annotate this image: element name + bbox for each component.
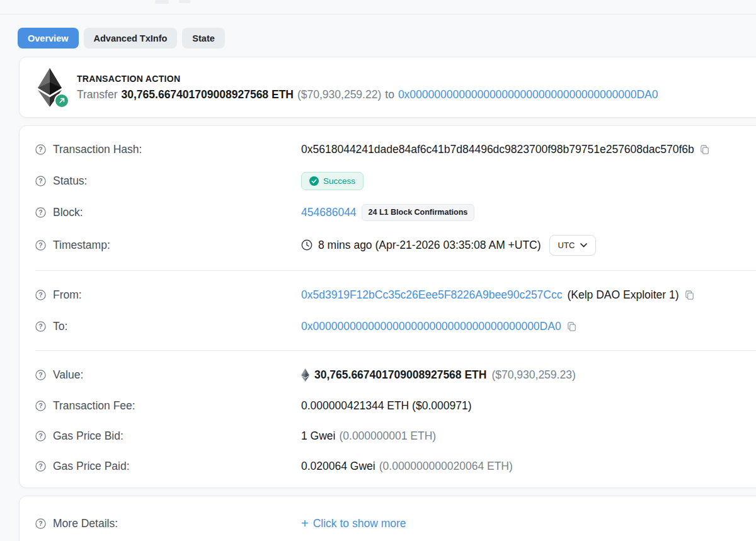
browser-artifact <box>179 0 190 3</box>
svg-text:?: ? <box>38 402 42 409</box>
to-label: To: <box>53 320 67 333</box>
copy-icon[interactable] <box>699 144 710 155</box>
help-icon[interactable]: ? <box>35 401 46 411</box>
svg-text:?: ? <box>38 371 42 379</box>
status-value: Success <box>323 176 355 186</box>
row-more-details: ? More Details: + Click to show more <box>35 508 756 539</box>
svg-text:?: ? <box>38 208 42 216</box>
help-icon[interactable]: ? <box>35 431 46 441</box>
help-icon[interactable]: ? <box>35 461 46 472</box>
transaction-action-heading: TRANSACTION ACTION <box>77 74 658 84</box>
svg-text:?: ? <box>38 322 42 330</box>
tx-hash-label: Transaction Hash: <box>53 143 142 156</box>
value-usd: ($70,930,259.23) <box>491 368 575 382</box>
copy-icon[interactable] <box>566 321 577 332</box>
svg-text:?: ? <box>38 241 42 249</box>
tx-hash-value: 0x5618044241dade84af6c41b7d84496dc982370… <box>301 143 694 156</box>
action-usd: ($70,930,259.22) <box>297 88 381 101</box>
help-icon[interactable]: ? <box>35 207 46 218</box>
more-details-label: More Details: <box>53 517 118 530</box>
help-icon[interactable]: ? <box>35 176 46 186</box>
clock-icon <box>301 239 312 251</box>
gas-price-bid-value: 1 Gwei <box>301 430 335 443</box>
gas-price-paid-value: 0.020064 Gwei <box>301 460 375 473</box>
to-address-link[interactable]: 0x0000000000000000000000000000000000000D… <box>301 320 561 333</box>
row-gas-price-bid: ? Gas Price Bid: 1 Gwei (0.000000001 ETH… <box>35 421 756 451</box>
action-to-word: to <box>385 88 394 101</box>
status-badge: Success <box>301 172 364 190</box>
gas-price-paid-eth: (0.000000000020064 ETH) <box>379 460 513 473</box>
transaction-fee-value: 0.000000421344 ETH ($0.000971) <box>301 399 472 413</box>
row-to: ? To: 0x00000000000000000000000000000000… <box>35 310 756 342</box>
row-timestamp: ? Timestamp: 8 mins ago (Apr-21-2026 03:… <box>35 228 756 262</box>
show-more-text: Click to show more <box>313 517 406 530</box>
row-block: ? Block: 454686044 24 L1 Block Confirmat… <box>35 196 756 228</box>
svg-text:?: ? <box>38 520 42 527</box>
from-label: From: <box>53 288 82 302</box>
from-address-link[interactable]: 0x5d3919F12bCc35c26Eee5F8226A9bee90c257C… <box>301 288 562 302</box>
tab-advanced-txinfo[interactable]: Advanced TxInfo <box>84 28 178 48</box>
gas-price-bid-eth: (0.000000001 ETH) <box>339 430 436 443</box>
section-divider <box>35 270 756 271</box>
timestamp-label: Timestamp: <box>53 239 110 252</box>
tab-state[interactable]: State <box>182 28 224 48</box>
help-icon[interactable]: ? <box>35 321 46 332</box>
status-label: Status: <box>53 174 87 188</box>
tab-bar: Overview Advanced TxInfo State <box>18 28 225 48</box>
row-value: ? Value: 30,765.667401709008927568 ETH (… <box>35 359 756 390</box>
transaction-action-summary: Transfer 30,765.667401709008927568 ETH (… <box>77 88 658 101</box>
action-to-address-link[interactable]: 0x0000000000000000000000000000000000000D… <box>398 88 658 101</box>
browser-artifact <box>155 0 169 4</box>
action-amount: 30,765.667401709008927568 ETH <box>122 88 294 101</box>
copy-icon[interactable] <box>684 290 695 300</box>
row-gas-price-paid: ? Gas Price Paid: 0.020064 Gwei (0.00000… <box>35 451 756 481</box>
svg-text:?: ? <box>38 462 42 470</box>
transfer-out-icon <box>54 93 69 108</box>
action-verb: Transfer <box>77 88 118 101</box>
check-circle-icon <box>309 176 319 186</box>
timestamp-value: 8 mins ago (Apr-21-2026 03:35:08 AM +UTC… <box>318 239 541 252</box>
timezone-select-button[interactable]: UTC <box>549 235 597 256</box>
transaction-action-card: TRANSACTION ACTION Transfer 30,765.66740… <box>19 57 756 118</box>
from-name-tag: (Kelp DAO Exploiter 1) <box>567 288 679 302</box>
eth-logo <box>35 68 67 107</box>
help-icon[interactable]: ? <box>35 144 46 155</box>
timezone-value: UTC <box>558 241 575 250</box>
show-more-link[interactable]: + Click to show more <box>301 517 406 530</box>
block-number-link[interactable]: 454686044 <box>301 206 357 219</box>
help-icon[interactable]: ? <box>35 518 46 529</box>
value-label: Value: <box>53 368 83 382</box>
row-from: ? From: 0x5d3919F12bCc35c26Eee5F8226A9be… <box>35 279 756 310</box>
block-confirmations-badge: 24 L1 Block Confirmations <box>362 204 475 221</box>
transaction-details-card: ? Transaction Hash: 0x5618044241dade84af… <box>19 125 756 488</box>
value-amount: 30,765.667401709008927568 ETH <box>314 368 486 382</box>
gas-price-bid-label: Gas Price Bid: <box>53 430 123 443</box>
more-details-card: ? More Details: + Click to show more <box>19 496 756 541</box>
chevron-down-icon <box>580 243 587 248</box>
row-transaction-hash: ? Transaction Hash: 0x5618044241dade84af… <box>35 134 756 165</box>
help-icon[interactable]: ? <box>35 290 46 300</box>
row-transaction-fee: ? Transaction Fee: 0.000000421344 ETH ($… <box>35 390 756 421</box>
eth-icon <box>301 368 309 382</box>
tab-overview[interactable]: Overview <box>18 28 79 48</box>
svg-text:?: ? <box>38 291 42 299</box>
row-status: ? Status: Success <box>35 165 756 196</box>
gas-price-paid-label: Gas Price Paid: <box>53 460 130 473</box>
svg-text:?: ? <box>38 432 42 440</box>
page-divider <box>0 14 756 14</box>
plus-icon: + <box>301 517 309 530</box>
section-divider <box>35 350 756 351</box>
block-label: Block: <box>53 206 83 219</box>
help-icon[interactable]: ? <box>35 240 46 251</box>
svg-text:?: ? <box>38 177 42 185</box>
help-icon[interactable]: ? <box>35 370 46 380</box>
transaction-fee-label: Transaction Fee: <box>53 399 135 413</box>
svg-text:?: ? <box>38 145 42 153</box>
